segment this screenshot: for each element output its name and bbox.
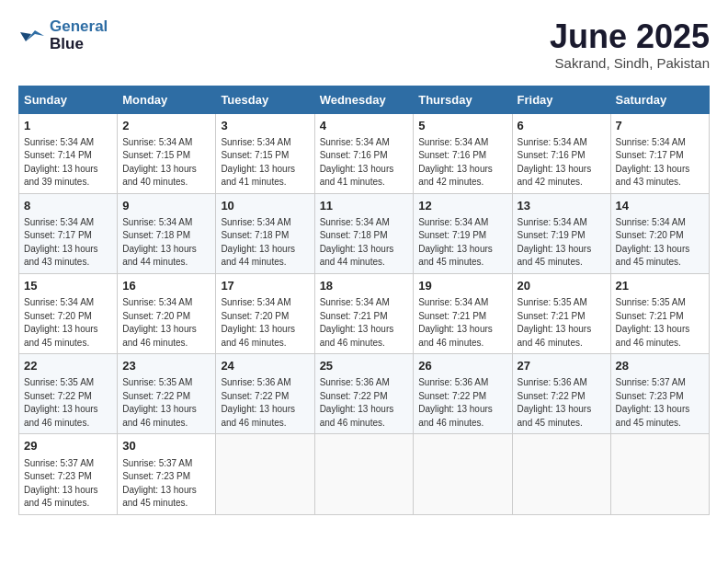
- day-info: Sunrise: 5:34 AM Sunset: 7:14 PM Dayligh…: [24, 136, 112, 190]
- day-info: Sunrise: 5:34 AM Sunset: 7:18 PM Dayligh…: [221, 216, 309, 270]
- week-row-1: 1Sunrise: 5:34 AM Sunset: 7:14 PM Daylig…: [19, 113, 710, 193]
- logo: General Blue: [18, 18, 108, 52]
- table-row: [414, 434, 512, 514]
- table-row: 5Sunrise: 5:34 AM Sunset: 7:16 PM Daylig…: [414, 113, 512, 193]
- day-info: Sunrise: 5:36 AM Sunset: 7:22 PM Dayligh…: [221, 376, 309, 430]
- day-info: Sunrise: 5:34 AM Sunset: 7:20 PM Dayligh…: [24, 296, 112, 350]
- table-row: 13Sunrise: 5:34 AM Sunset: 7:19 PM Dayli…: [512, 193, 610, 273]
- day-info: Sunrise: 5:34 AM Sunset: 7:18 PM Dayligh…: [320, 216, 409, 270]
- week-row-5: 29Sunrise: 5:37 AM Sunset: 7:23 PM Dayli…: [19, 434, 710, 514]
- day-number: 8: [24, 198, 112, 214]
- col-thursday: Thursday: [414, 86, 512, 113]
- day-info: Sunrise: 5:34 AM Sunset: 7:19 PM Dayligh…: [518, 216, 606, 270]
- col-saturday: Saturday: [610, 86, 709, 113]
- week-row-2: 8Sunrise: 5:34 AM Sunset: 7:17 PM Daylig…: [19, 193, 710, 273]
- day-number: 30: [122, 438, 210, 454]
- header-row: Sunday Monday Tuesday Wednesday Thursday…: [19, 86, 710, 113]
- table-row: 1Sunrise: 5:34 AM Sunset: 7:14 PM Daylig…: [19, 113, 118, 193]
- table-row: 9Sunrise: 5:34 AM Sunset: 7:18 PM Daylig…: [118, 193, 216, 273]
- day-number: 19: [418, 278, 506, 294]
- day-info: Sunrise: 5:34 AM Sunset: 7:18 PM Dayligh…: [122, 216, 210, 270]
- week-row-3: 15Sunrise: 5:34 AM Sunset: 7:20 PM Dayli…: [19, 273, 710, 353]
- day-number: 20: [518, 278, 606, 294]
- day-number: 10: [221, 198, 309, 214]
- table-row: 26Sunrise: 5:36 AM Sunset: 7:22 PM Dayli…: [414, 354, 512, 434]
- table-row: 22Sunrise: 5:35 AM Sunset: 7:22 PM Dayli…: [19, 354, 118, 434]
- logo-blue: Blue: [50, 35, 84, 52]
- day-number: 16: [122, 278, 210, 294]
- day-info: Sunrise: 5:35 AM Sunset: 7:22 PM Dayligh…: [24, 376, 112, 430]
- table-row: 10Sunrise: 5:34 AM Sunset: 7:18 PM Dayli…: [216, 193, 314, 273]
- day-number: 1: [24, 118, 112, 134]
- day-info: Sunrise: 5:35 AM Sunset: 7:21 PM Dayligh…: [616, 296, 704, 350]
- day-number: 21: [616, 278, 704, 294]
- table-row: 30Sunrise: 5:37 AM Sunset: 7:23 PM Dayli…: [118, 434, 216, 514]
- day-number: 23: [122, 358, 210, 374]
- day-number: 9: [122, 198, 210, 214]
- day-info: Sunrise: 5:36 AM Sunset: 7:22 PM Dayligh…: [518, 376, 606, 430]
- table-row: 11Sunrise: 5:34 AM Sunset: 7:18 PM Dayli…: [314, 193, 414, 273]
- day-number: 11: [320, 198, 409, 214]
- table-row: 4Sunrise: 5:34 AM Sunset: 7:16 PM Daylig…: [314, 113, 414, 193]
- day-info: Sunrise: 5:34 AM Sunset: 7:17 PM Dayligh…: [24, 216, 112, 270]
- day-info: Sunrise: 5:34 AM Sunset: 7:16 PM Dayligh…: [418, 136, 506, 190]
- table-row: 27Sunrise: 5:36 AM Sunset: 7:22 PM Dayli…: [512, 354, 610, 434]
- table-row: 25Sunrise: 5:36 AM Sunset: 7:22 PM Dayli…: [314, 354, 414, 434]
- calendar-table: Sunday Monday Tuesday Wednesday Thursday…: [18, 86, 710, 515]
- day-info: Sunrise: 5:34 AM Sunset: 7:16 PM Dayligh…: [320, 136, 409, 190]
- table-row: [216, 434, 314, 514]
- day-info: Sunrise: 5:36 AM Sunset: 7:22 PM Dayligh…: [320, 376, 409, 430]
- day-number: 2: [122, 118, 210, 134]
- day-info: Sunrise: 5:34 AM Sunset: 7:19 PM Dayligh…: [418, 216, 506, 270]
- day-info: Sunrise: 5:34 AM Sunset: 7:21 PM Dayligh…: [418, 296, 506, 350]
- day-info: Sunrise: 5:34 AM Sunset: 7:15 PM Dayligh…: [122, 136, 210, 190]
- table-row: [512, 434, 610, 514]
- table-row: 20Sunrise: 5:35 AM Sunset: 7:21 PM Dayli…: [512, 273, 610, 353]
- day-info: Sunrise: 5:34 AM Sunset: 7:20 PM Dayligh…: [221, 296, 309, 350]
- col-friday: Friday: [512, 86, 610, 113]
- day-number: 12: [418, 198, 506, 214]
- col-wednesday: Wednesday: [314, 86, 414, 113]
- week-row-4: 22Sunrise: 5:35 AM Sunset: 7:22 PM Dayli…: [19, 354, 710, 434]
- logo-icon: [18, 25, 46, 47]
- table-row: 29Sunrise: 5:37 AM Sunset: 7:23 PM Dayli…: [19, 434, 118, 514]
- table-row: 18Sunrise: 5:34 AM Sunset: 7:21 PM Dayli…: [314, 273, 414, 353]
- day-info: Sunrise: 5:34 AM Sunset: 7:17 PM Dayligh…: [616, 136, 704, 190]
- logo-general: General: [50, 17, 108, 35]
- day-info: Sunrise: 5:37 AM Sunset: 7:23 PM Dayligh…: [616, 376, 704, 430]
- col-sunday: Sunday: [19, 86, 118, 113]
- day-number: 7: [616, 118, 704, 134]
- table-row: 8Sunrise: 5:34 AM Sunset: 7:17 PM Daylig…: [19, 193, 118, 273]
- table-row: 28Sunrise: 5:37 AM Sunset: 7:23 PM Dayli…: [610, 354, 709, 434]
- day-info: Sunrise: 5:36 AM Sunset: 7:22 PM Dayligh…: [418, 376, 506, 430]
- table-row: 23Sunrise: 5:35 AM Sunset: 7:22 PM Dayli…: [118, 354, 216, 434]
- title-block: June 2025 Sakrand, Sindh, Pakistan: [550, 18, 710, 71]
- day-info: Sunrise: 5:35 AM Sunset: 7:22 PM Dayligh…: [122, 376, 210, 430]
- day-info: Sunrise: 5:34 AM Sunset: 7:15 PM Dayligh…: [221, 136, 309, 190]
- day-info: Sunrise: 5:34 AM Sunset: 7:20 PM Dayligh…: [616, 216, 704, 270]
- table-row: 7Sunrise: 5:34 AM Sunset: 7:17 PM Daylig…: [610, 113, 709, 193]
- page-header: General Blue June 2025 Sakrand, Sindh, P…: [18, 18, 710, 71]
- table-row: 6Sunrise: 5:34 AM Sunset: 7:16 PM Daylig…: [512, 113, 610, 193]
- table-row: 15Sunrise: 5:34 AM Sunset: 7:20 PM Dayli…: [19, 273, 118, 353]
- table-row: 21Sunrise: 5:35 AM Sunset: 7:21 PM Dayli…: [610, 273, 709, 353]
- day-number: 24: [221, 358, 309, 374]
- day-number: 13: [518, 198, 606, 214]
- day-number: 26: [418, 358, 506, 374]
- col-tuesday: Tuesday: [216, 86, 314, 113]
- day-number: 17: [221, 278, 309, 294]
- day-number: 3: [221, 118, 309, 134]
- col-monday: Monday: [118, 86, 216, 113]
- day-info: Sunrise: 5:34 AM Sunset: 7:16 PM Dayligh…: [518, 136, 606, 190]
- table-row: [610, 434, 709, 514]
- table-row: 2Sunrise: 5:34 AM Sunset: 7:15 PM Daylig…: [118, 113, 216, 193]
- day-info: Sunrise: 5:35 AM Sunset: 7:21 PM Dayligh…: [518, 296, 606, 350]
- day-info: Sunrise: 5:37 AM Sunset: 7:23 PM Dayligh…: [122, 457, 210, 511]
- day-info: Sunrise: 5:37 AM Sunset: 7:23 PM Dayligh…: [24, 457, 112, 511]
- day-number: 29: [24, 438, 112, 454]
- table-row: [314, 434, 414, 514]
- day-number: 18: [320, 278, 409, 294]
- day-number: 4: [320, 118, 409, 134]
- table-row: 12Sunrise: 5:34 AM Sunset: 7:19 PM Dayli…: [414, 193, 512, 273]
- day-number: 27: [518, 358, 606, 374]
